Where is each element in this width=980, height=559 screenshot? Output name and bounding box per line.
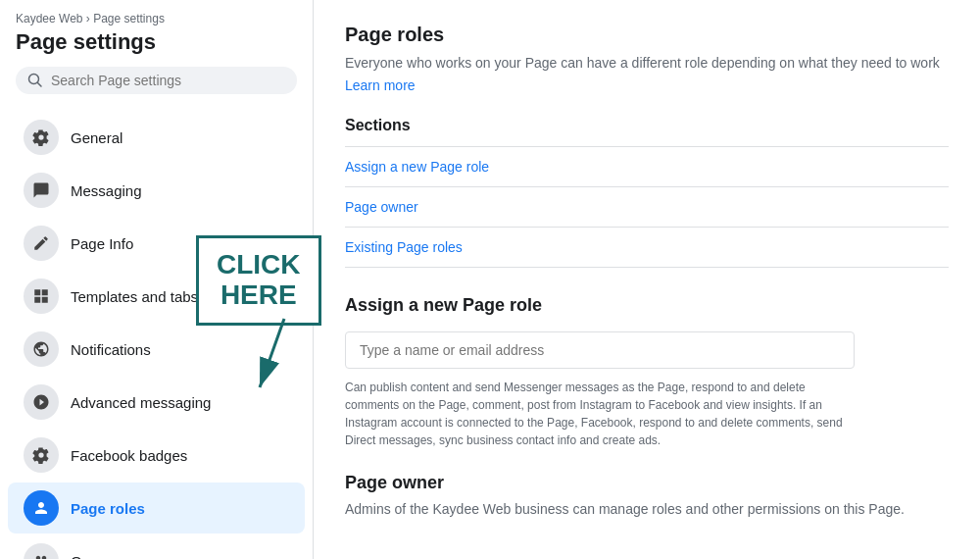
circle-down-icon [24,384,59,420]
person-icon [24,490,59,526]
page-owner-section: Page owner Admins of the Kaydee Web busi… [345,473,949,517]
groups-label: Groups [71,553,119,560]
search-box [16,67,297,94]
svg-line-1 [38,83,42,87]
facebook-badges-label: Facebook badges [71,447,187,464]
messaging-label: Messaging [71,182,142,199]
sidebar-item-general[interactable]: General [8,112,305,163]
general-label: General [71,129,122,146]
pencil-icon [24,226,59,261]
assign-new-role-link[interactable]: Assign a new Page role [345,147,949,187]
main-content: Page roles Everyone who works on your Pa… [314,0,980,559]
chat-icon [24,173,59,208]
breadcrumb: Kaydee Web › Page settings [16,12,297,25]
role-name-input[interactable] [345,331,855,369]
nav-list: General Messaging Page Info Templates an… [0,110,313,559]
badge-icon [24,437,59,473]
page-title: Page settings [16,29,297,55]
page-roles-section: Page roles Everyone who works on your Pa… [345,24,949,268]
notifications-label: Notifications [71,341,151,358]
page-owner-desc: Admins of the Kaydee Web business can ma… [345,501,949,517]
assign-role-section: Assign a new Page role Can publish conte… [345,295,949,449]
page-roles-label: Page roles [71,500,145,517]
existing-page-roles-link[interactable]: Existing Page roles [345,228,949,268]
role-desc: Can publish content and send Messenger m… [345,379,855,449]
sidebar-item-notifications[interactable]: Notifications [8,324,305,375]
sidebar-item-groups[interactable]: Groups [8,535,305,559]
page-owner-link[interactable]: Page owner [345,187,949,228]
assign-role-title: Assign a new Page role [345,295,949,316]
gear-icon [24,120,59,155]
learn-more-link[interactable]: Learn more [345,77,949,93]
search-input[interactable] [51,73,285,88]
sidebar-item-templates-tabs[interactable]: Templates and tabs [8,271,305,322]
sidebar-item-advanced-messaging[interactable]: Advanced messaging [8,377,305,428]
sidebar-item-page-info[interactable]: Page Info [8,218,305,269]
page-owner-title: Page owner [345,473,949,493]
grid-icon [24,279,59,314]
breadcrumb-parent[interactable]: Kaydee Web [16,12,83,25]
groups-icon [24,543,59,559]
page-roles-desc: Everyone who works on your Page can have… [345,54,949,74]
templates-tabs-label: Templates and tabs [71,288,198,305]
sidebar-item-messaging[interactable]: Messaging [8,165,305,216]
sidebar: Kaydee Web › Page settings Page settings… [0,0,314,559]
page-info-label: Page Info [71,235,133,252]
sidebar-header: Kaydee Web › Page settings Page settings [0,0,313,110]
sidebar-item-facebook-badges[interactable]: Facebook badges [8,430,305,481]
sections-label: Sections [345,113,949,134]
search-icon [27,73,43,88]
globe-icon [24,331,59,367]
sidebar-item-page-roles[interactable]: Page roles [8,483,305,534]
page-roles-title: Page roles [345,24,949,46]
advanced-messaging-label: Advanced messaging [71,394,211,411]
